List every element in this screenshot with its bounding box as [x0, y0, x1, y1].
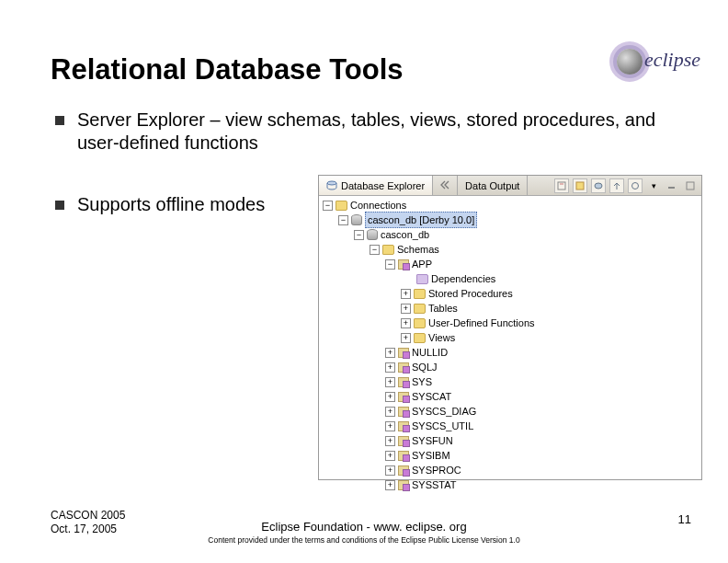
- collapse-icon[interactable]: −: [323, 201, 333, 211]
- schema-icon: [398, 407, 409, 417]
- database-icon: [326, 180, 337, 191]
- bullet-2-text: Supports offline modes: [77, 193, 265, 216]
- tree-schema-syscs-util[interactable]: + SYSCS_UTIL: [323, 419, 698, 433]
- database-icon: [367, 229, 378, 240]
- collapse-icon[interactable]: −: [385, 259, 395, 270]
- tree-schema-sysibm[interactable]: + SYSIBM: [323, 448, 698, 463]
- eclipse-logo: eclipse: [617, 48, 700, 75]
- collapse-button[interactable]: [433, 176, 458, 195]
- schema-icon: [398, 377, 409, 387]
- tree-label: Schemas: [397, 242, 439, 257]
- folder-icon: [336, 201, 347, 211]
- tree-label: SYSSTAT: [412, 477, 457, 492]
- schema-icon: [398, 362, 409, 373]
- tree-database[interactable]: − cascon_db: [323, 227, 698, 242]
- tree-label: APP: [412, 257, 432, 271]
- tree-schema-nullid[interactable]: + NULLID: [323, 345, 698, 360]
- expand-icon[interactable]: +: [385, 421, 395, 431]
- tree-label: SYSCS_DIAG: [412, 404, 476, 419]
- expand-icon[interactable]: +: [401, 304, 411, 314]
- toolbar-btn-1[interactable]: [554, 178, 569, 193]
- explorer-toolbar: ▾: [551, 176, 701, 195]
- chevron-left-icon: [440, 180, 449, 191]
- tree-label: SYSFUN: [412, 433, 453, 448]
- expand-icon[interactable]: +: [385, 392, 395, 402]
- expand-icon[interactable]: +: [385, 362, 395, 373]
- tree-dependencies[interactable]: Dependencies: [323, 271, 698, 286]
- svg-rect-7: [687, 182, 694, 190]
- tree-label: SYSIBM: [412, 448, 450, 463]
- maximize-button[interactable]: [683, 178, 698, 193]
- footer-center: Eclipse Foundation - www. eclipse. org C…: [171, 520, 557, 545]
- tree-schema-sysstat[interactable]: + SYSSTAT: [323, 477, 698, 492]
- tree-schema-syscat[interactable]: + SYSCAT: [323, 389, 698, 404]
- toolbar-btn-3[interactable]: [591, 178, 606, 193]
- bullet-1-text: Server Explorer – view schemas, tables, …: [77, 109, 680, 155]
- tree-connections[interactable]: − Connections: [323, 198, 698, 213]
- tree-label: SQLJ: [412, 360, 438, 374]
- tree-view: − Connections − cascon_db [Derby 10.0] −…: [319, 196, 701, 494]
- folder-icon: [382, 245, 394, 255]
- tree-schema-sysfun[interactable]: + SYSFUN: [323, 433, 698, 448]
- explorer-tab-bar: Database Explorer Data Output ▾: [319, 176, 701, 196]
- bullet-2: Supports offline modes: [55, 193, 303, 216]
- svg-point-5: [632, 182, 639, 189]
- tree-label: User-Defined Functions: [428, 316, 535, 330]
- tree-label: Stored Procedures: [428, 286, 513, 301]
- folder-icon: [414, 318, 426, 328]
- expand-icon[interactable]: +: [385, 377, 395, 387]
- expand-icon[interactable]: +: [385, 451, 395, 461]
- minimize-button[interactable]: [665, 178, 679, 193]
- tree-schema-sysproc[interactable]: + SYSPROC: [323, 463, 698, 477]
- expand-icon[interactable]: +: [385, 465, 395, 476]
- tree-tables[interactable]: + Tables: [323, 301, 698, 316]
- schema-icon: [398, 348, 409, 358]
- database-connection-icon: [351, 214, 362, 225]
- tree-schema-sys[interactable]: + SYS: [323, 374, 698, 389]
- expand-icon[interactable]: +: [385, 480, 395, 490]
- expand-icon[interactable]: +: [401, 318, 411, 328]
- svg-point-0: [327, 181, 336, 185]
- svg-rect-1: [558, 182, 565, 190]
- schema-icon: [398, 480, 409, 490]
- tree-schema-syscs-diag[interactable]: + SYSCS_DIAG: [323, 404, 698, 419]
- expand-icon[interactable]: +: [401, 289, 411, 299]
- tree-stored-procedures[interactable]: + Stored Procedures: [323, 286, 698, 301]
- folder-icon: [416, 274, 428, 284]
- expand-icon[interactable]: +: [401, 333, 411, 343]
- page-number: 11: [678, 512, 691, 526]
- tree-schema-sqlj[interactable]: + SQLJ: [323, 360, 698, 374]
- toolbar-btn-2[interactable]: [573, 178, 587, 193]
- collapse-icon[interactable]: −: [338, 215, 348, 225]
- tree-db-connection[interactable]: − cascon_db [Derby 10.0]: [323, 213, 698, 227]
- footer-event: CASCON 2005 Oct. 17, 2005: [51, 509, 125, 537]
- tree-label: Tables: [428, 301, 458, 316]
- tree-views[interactable]: + Views: [323, 330, 698, 345]
- expand-icon[interactable]: +: [385, 348, 395, 358]
- collapse-icon[interactable]: −: [370, 245, 380, 255]
- tab-data-output[interactable]: Data Output: [458, 176, 528, 195]
- svg-rect-3: [576, 182, 584, 190]
- tree-schemas[interactable]: − Schemas: [323, 242, 698, 257]
- folder-icon: [414, 304, 426, 314]
- tree-label-selected: cascon_db [Derby 10.0]: [365, 212, 477, 228]
- schema-icon: [398, 392, 409, 402]
- toolbar-btn-5[interactable]: [628, 178, 643, 193]
- expand-icon[interactable]: +: [385, 436, 395, 446]
- folder-icon: [414, 289, 426, 299]
- tree-label: NULLID: [412, 345, 448, 360]
- collapse-icon[interactable]: −: [354, 230, 364, 240]
- menu-dropdown-button[interactable]: ▾: [646, 178, 661, 193]
- tree-udf[interactable]: + User-Defined Functions: [323, 316, 698, 330]
- bullet-icon: [55, 116, 64, 125]
- tree-label: SYSCAT: [412, 389, 451, 404]
- tree-label: Views: [428, 330, 455, 345]
- tab-database-explorer[interactable]: Database Explorer: [319, 176, 433, 195]
- bullet-1: Server Explorer – view schemas, tables, …: [55, 109, 680, 155]
- tree-schema-app[interactable]: − APP: [323, 257, 698, 271]
- expand-icon[interactable]: +: [385, 407, 395, 417]
- toolbar-btn-4[interactable]: [609, 178, 624, 193]
- tree-label: Dependencies: [431, 271, 495, 286]
- svg-point-4: [595, 183, 602, 189]
- footer-license: Content provided under the terms and con…: [171, 535, 557, 545]
